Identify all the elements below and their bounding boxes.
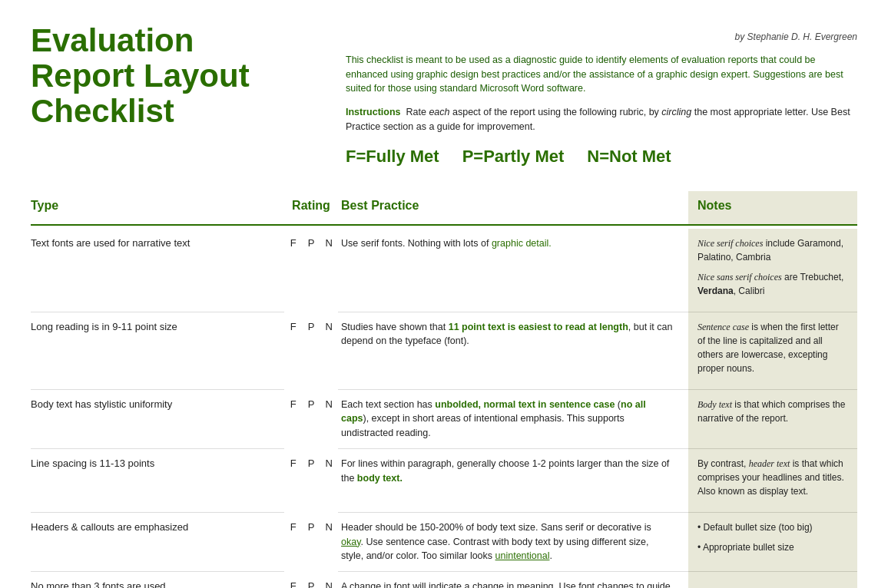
rating-legend: F=Fully Met P=Partly Met N=Not Met <box>346 145 857 169</box>
main-title: Evaluation Report Layout Checklist <box>31 23 315 130</box>
notes-cell-1: Nice serif choices include Garamond, Pal… <box>688 229 857 312</box>
rating-f-1: F <box>287 236 300 250</box>
byline: by Stephanie D. H. Evergreen <box>346 31 857 44</box>
bullet-2: Appropriate bullet size <box>703 542 794 553</box>
type-cell-5: Headers & callouts are emphasized <box>31 513 284 572</box>
intro-text: This checklist is meant to be used as a … <box>346 53 857 96</box>
rating-p-1: P <box>305 236 317 250</box>
notes-cell-5: • Default bullet size (too big) • Approp… <box>688 513 857 572</box>
col-header-practice: Best Practice <box>338 191 688 225</box>
intro-block: by Stephanie D. H. Evergreen This checkl… <box>346 23 857 168</box>
notes-cell-6 <box>688 572 857 588</box>
practice-cell-5: Header should be 150-200% of body text s… <box>338 513 688 572</box>
bullet-1: Default bullet size (too big) <box>704 522 813 533</box>
rating-cell-2: F P N <box>284 312 338 390</box>
instructions-text: Instructions Rate each aspect of the rep… <box>346 105 857 134</box>
type-cell-6: No more than 3 fonts are used <box>31 572 284 588</box>
notes-cell-2: Sentence case is when the first letter o… <box>688 312 857 390</box>
notes-cell-3: Body text is that which comprises the na… <box>688 390 857 449</box>
top-section: Evaluation Report Layout Checklist by St… <box>31 23 857 168</box>
rating-n-1: N <box>323 236 335 250</box>
rating-cell-1: F P N <box>284 229 338 312</box>
title-block: Evaluation Report Layout Checklist <box>31 23 315 168</box>
legend-n: N=Not Met <box>587 145 671 169</box>
rating-cell-6: F P N <box>284 572 338 588</box>
type-cell-2: Long reading is in 9-11 point size <box>31 312 284 390</box>
col-header-notes: Notes <box>688 191 857 225</box>
rating-cell-5: F P N <box>284 513 338 572</box>
type-cell-1: Text fonts are used for narrative text <box>31 229 284 312</box>
type-cell-4: Line spacing is 11-13 points <box>31 449 284 513</box>
legend-f: F=Fully Met <box>346 145 439 169</box>
rating-cell-3: F P N <box>284 390 338 449</box>
page-container: Evaluation Report Layout Checklist by St… <box>31 23 857 588</box>
practice-cell-1: Use serif fonts. Nothing with lots of gr… <box>338 229 688 312</box>
practice-cell-2: Studies have shown that 11 point text is… <box>338 312 688 390</box>
rating-cell-4: F P N <box>284 449 338 513</box>
notes-cell-4: By contrast, header text is that which c… <box>688 449 857 513</box>
instructions-label: Instructions <box>346 107 401 117</box>
practice-cell-6: A change in font will indicate a change … <box>338 572 688 588</box>
legend-p: P=Partly Met <box>462 145 565 169</box>
checklist-table: Type Rating Best Practice Notes Text fon… <box>31 191 857 588</box>
col-header-rating: Rating <box>284 191 338 225</box>
practice-cell-4: For lines within paragraph, generally ch… <box>338 449 688 513</box>
instructions-body: Rate each aspect of the report using the… <box>346 107 850 132</box>
col-header-type: Type <box>31 191 284 225</box>
practice-cell-3: Each text section has unbolded, normal t… <box>338 390 688 449</box>
type-cell-3: Body text has stylistic uniformity <box>31 390 284 449</box>
